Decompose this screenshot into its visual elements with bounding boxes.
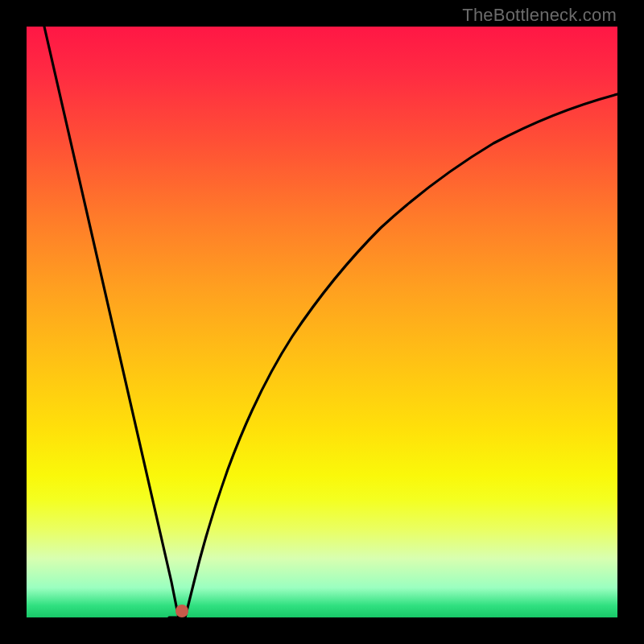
curve-left-branch [44,27,179,617]
curve-right-branch [185,94,617,617]
bottleneck-curve [27,27,617,617]
watermark-text: TheBottleneck.com [462,5,617,26]
optimal-point-marker [175,605,188,617]
chart-frame: TheBottleneck.com [0,0,644,644]
